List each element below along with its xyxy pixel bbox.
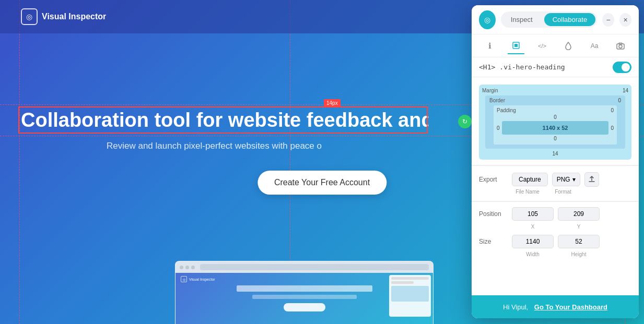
border-label: Border <box>489 98 505 103</box>
preview-url-bar <box>200 264 429 270</box>
code-icon[interactable]: </> <box>534 38 551 54</box>
capture-button[interactable]: Capture <box>512 173 548 186</box>
preview-sub-block <box>252 295 357 299</box>
hero-heading: Collaboration tool for website feedback … <box>0 109 428 133</box>
file-name-label: File Name <box>512 189 543 195</box>
export-row: Export Capture PNG ▾ <box>479 172 631 187</box>
padding-value: 0 <box>611 107 614 113</box>
preview-body: ◎ Visual Inspector <box>175 273 433 324</box>
logo-icon-box: ◎ <box>21 8 38 25</box>
left-val: 0 <box>497 125 500 131</box>
panel-scroll-area[interactable]: Margin 14 Border 0 Padding 0 <box>472 77 639 295</box>
close-button[interactable]: × <box>619 13 631 27</box>
size-row: Size <box>479 235 631 248</box>
logo-bold: Visual <box>42 12 66 21</box>
margin-label: Margin <box>482 88 498 93</box>
preview-side-panel <box>389 275 431 317</box>
tab-collaborate[interactable]: Collaborate <box>544 13 596 26</box>
padding-box: Padding 0 0 0 1140 x 52 <box>494 105 617 145</box>
minimize-button[interactable]: − <box>602 13 614 27</box>
position-section: Position X Y Size Width Height <box>472 202 639 262</box>
margin-value: 14 <box>623 88 628 93</box>
width-input[interactable] <box>512 235 554 248</box>
hero-subheading: Review and launch pixel-perfect websites… <box>0 141 428 151</box>
svg-rect-1 <box>514 44 518 47</box>
dimension-badge: 14px <box>324 99 341 107</box>
x-input[interactable] <box>512 207 554 221</box>
export-sublabels: File Name Format <box>479 189 631 195</box>
element-box: 1140 x 52 <box>502 121 609 135</box>
box-model-section: Margin 14 Border 0 Padding 0 <box>472 77 639 165</box>
box-model-visual: Margin 14 Border 0 Padding 0 <box>479 85 631 160</box>
height-label: Height <box>558 251 600 257</box>
preview-dot-2 <box>185 266 189 269</box>
element-class: .vi-hero-heading <box>499 63 565 71</box>
panel-tabs: Inspect Collaborate <box>501 11 597 28</box>
preview-logo-text: Visual Inspector <box>189 278 215 281</box>
element-tag: <H1> <box>479 63 495 71</box>
preview-btn-block <box>284 303 325 311</box>
format-select[interactable]: PNG ▾ <box>552 173 580 186</box>
preview-panel-line-2 <box>391 281 414 284</box>
panel-header: ◎ Inspect Collaborate − × <box>472 5 639 34</box>
padding-label: Padding <box>497 107 516 113</box>
preview-panel-box <box>391 286 429 302</box>
site-logo: ◎ Visual Inspector <box>21 8 106 25</box>
right-edge-button[interactable]: ↻ <box>458 115 472 128</box>
y-label: Y <box>558 224 600 230</box>
preview-panel-line-1 <box>391 277 429 280</box>
inspector-panel: ◎ Inspect Collaborate − × ℹ </> Aa <box>472 5 639 318</box>
export-label: Export <box>479 176 508 183</box>
right-val: 0 <box>611 125 614 131</box>
camera-icon[interactable] <box>612 38 629 54</box>
top-val: 0 <box>554 114 557 120</box>
text-icon[interactable]: Aa <box>586 38 603 54</box>
logo-regular: Inspector <box>66 12 106 21</box>
tab-inspect[interactable]: Inspect <box>502 13 541 26</box>
site-preview: ◎ Visual Inspector <box>175 261 434 324</box>
drop-icon[interactable] <box>560 38 577 54</box>
svg-point-3 <box>619 45 622 48</box>
size-label: Size <box>479 238 508 245</box>
position-sublabels: X Y <box>479 224 631 230</box>
width-label: Width <box>512 251 554 257</box>
cta-button[interactable]: Create Your Free Account <box>257 171 387 195</box>
border-box: Border 0 Padding 0 0 <box>485 95 625 149</box>
panel-footer: Hi Vipul, Go To Your Dashboard <box>472 295 639 318</box>
preview-dot-3 <box>191 266 195 269</box>
position-label: Position <box>479 210 508 218</box>
margin-bottom-val: 14 <box>552 151 558 157</box>
format-value: PNG <box>557 176 570 183</box>
preview-logo: ◎ Visual Inspector <box>181 276 215 282</box>
bottom-val: 0 <box>554 136 557 141</box>
panel-toolbar: ℹ </> Aa <box>472 34 639 57</box>
x-label: X <box>512 224 554 230</box>
select-icon[interactable] <box>508 38 524 54</box>
preview-inner: ◎ Visual Inspector <box>175 261 433 324</box>
preview-logo-box: ◎ <box>181 276 187 282</box>
position-row: Position <box>479 207 631 221</box>
logo-eye-icon: ◎ <box>26 13 32 21</box>
footer-prefix: Hi Vipul, <box>503 303 528 311</box>
eye-icon: ◎ <box>484 16 490 24</box>
height-input[interactable] <box>558 235 600 248</box>
panel-eye-button[interactable]: ◎ <box>479 10 496 29</box>
dashboard-link[interactable]: Go To Your Dashboard <box>534 303 607 311</box>
size-sublabels: Width Height <box>479 251 631 257</box>
info-icon[interactable]: ℹ <box>482 38 498 54</box>
element-size-row: 0 1140 x 52 0 <box>497 121 614 135</box>
preview-nav-bar <box>175 261 433 273</box>
comment-toggle[interactable] <box>613 62 631 73</box>
element-label-row: <H1> .vi-hero-heading <box>472 57 639 77</box>
format-label: Format <box>547 189 579 195</box>
element-size-text: 1140 x 52 <box>543 125 568 131</box>
y-input[interactable] <box>558 207 600 221</box>
preview-heading-block <box>237 285 372 292</box>
upload-button[interactable] <box>584 172 599 187</box>
export-section: Export Capture PNG ▾ File Name Format <box>472 166 639 201</box>
format-chevron-icon: ▾ <box>572 176 576 183</box>
preview-dot-1 <box>180 266 183 269</box>
logo-text: Visual Inspector <box>42 12 106 21</box>
border-value: 0 <box>618 98 621 103</box>
